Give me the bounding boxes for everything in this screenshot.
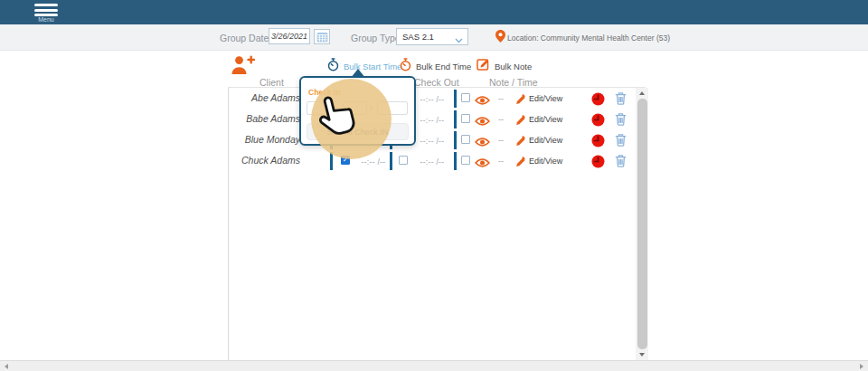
clock-icon[interactable]	[591, 113, 605, 130]
add-client-icon[interactable]	[230, 55, 255, 79]
cell-divider	[454, 152, 457, 170]
group-date-label: Group Date:	[220, 33, 271, 43]
clock-icon[interactable]	[591, 134, 605, 151]
toolbar: Group Date: Group Type: SAS 2.1 Location…	[0, 24, 868, 51]
note-checkbox[interactable]	[461, 114, 470, 123]
client-name: Babe Adams	[210, 113, 300, 124]
scroll-down-arrow[interactable]	[636, 349, 648, 360]
bulk-note-label: Bulk Note	[495, 62, 532, 71]
table-header-divider	[228, 87, 646, 88]
scroll-left-arrow[interactable]	[0, 361, 13, 371]
bulk-note-button[interactable]: Bulk Note	[476, 58, 532, 74]
note-value: --	[498, 115, 504, 124]
chevron-down-icon	[455, 35, 463, 45]
bulk-end-time-label: Bulk End Time	[416, 62, 471, 71]
vertical-scrollbar[interactable]	[636, 88, 648, 360]
edit-view-link[interactable]: Edit/View	[529, 94, 562, 103]
horizontal-scrollbar[interactable]	[0, 360, 868, 371]
check-out-time: --:-- /--	[413, 157, 451, 166]
group-date-input[interactable]	[269, 28, 310, 44]
vertical-scrollbar-thumb[interactable]	[637, 99, 647, 349]
note-checkbox[interactable]	[461, 135, 470, 144]
stopwatch-icon	[327, 58, 339, 75]
table-rows: Abe Adams --:-- /-- --:-- /-- -- Edit/Vi…	[0, 89, 868, 172]
cell-divider	[454, 110, 457, 128]
location-text: Location: Community Mental Health Center…	[507, 33, 670, 43]
group-type-value: SAS 2.1	[402, 32, 434, 42]
table-row: Chuck Adams --:-- /-- --:-- /-- -- Edit/…	[0, 151, 868, 172]
app-header: Menu	[0, 0, 868, 24]
location-pin-icon	[495, 30, 505, 46]
edit-view-link[interactable]: Edit/View	[529, 136, 562, 145]
popup-callout-arrow	[351, 69, 365, 78]
check-out-time: --:-- /--	[413, 137, 451, 146]
pencil-icon[interactable]	[515, 155, 526, 171]
note-value: --	[498, 136, 504, 145]
eye-icon[interactable]	[475, 156, 490, 172]
group-type-label: Group Type:	[351, 33, 403, 43]
edit-view-link[interactable]: Edit/View	[529, 115, 562, 124]
client-name: Blue Monday	[210, 134, 300, 145]
client-name: Abe Adams	[210, 92, 300, 103]
note-value: --	[498, 157, 504, 166]
note-checkbox[interactable]	[461, 93, 470, 102]
cell-divider	[454, 90, 457, 108]
eye-icon[interactable]	[475, 135, 490, 151]
bulk-end-time-button[interactable]: Bulk End Time	[400, 58, 471, 75]
pencil-icon[interactable]	[515, 134, 526, 150]
menu-label[interactable]: Menu	[27, 16, 65, 23]
table-row: Babe Adams --:-- /-- --:-- /-- -- Edit/V…	[0, 109, 868, 130]
trash-icon[interactable]	[615, 154, 627, 171]
check-out-checkbox[interactable]	[399, 156, 408, 165]
table-row: Blue Monday --:-- /-- --:-- /-- -- Edit/…	[0, 130, 868, 151]
trash-icon[interactable]	[615, 133, 627, 150]
trash-icon[interactable]	[615, 91, 627, 109]
scroll-right-arrow[interactable]	[855, 361, 868, 371]
pencil-icon[interactable]	[515, 113, 526, 129]
scroll-up-arrow[interactable]	[636, 88, 648, 99]
pencil-icon[interactable]	[515, 92, 526, 109]
calendar-icon[interactable]	[314, 29, 330, 44]
stopwatch-icon	[400, 58, 411, 75]
clock-icon[interactable]	[591, 155, 605, 172]
cell-divider	[390, 152, 392, 170]
check-in-time: --:-- /--	[354, 157, 392, 166]
note-value: --	[498, 94, 504, 103]
check-out-time: --:-- /--	[413, 95, 451, 104]
edit-view-link[interactable]: Edit/View	[529, 157, 562, 166]
eye-icon[interactable]	[475, 114, 490, 130]
note-icon	[476, 58, 490, 74]
clock-icon[interactable]	[591, 92, 605, 109]
trash-icon[interactable]	[615, 112, 627, 129]
bulk-actions-row: Bulk Start Time Bulk End Time Bulk Note	[0, 51, 868, 78]
group-type-select[interactable]: SAS 2.1	[396, 28, 468, 45]
client-name: Chuck Adams	[210, 155, 300, 166]
table-row: Abe Adams --:-- /-- --:-- /-- -- Edit/Vi…	[0, 89, 868, 109]
cell-divider	[454, 131, 457, 149]
check-out-time: --:-- /--	[413, 116, 451, 125]
eye-icon[interactable]	[475, 93, 490, 109]
note-checkbox[interactable]	[461, 156, 470, 165]
